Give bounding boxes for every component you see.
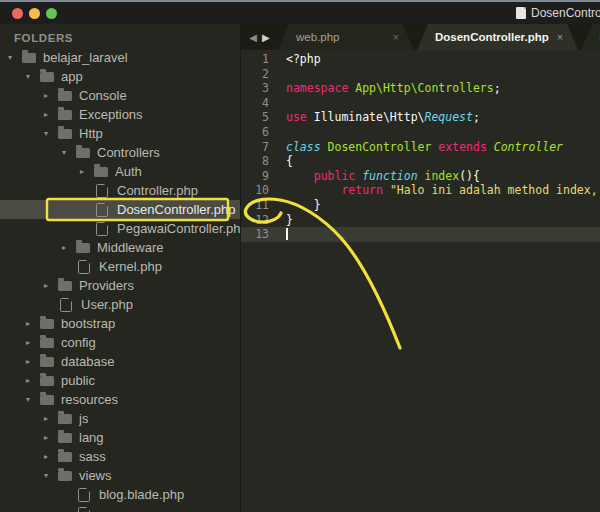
tab-strip: web.php×DosenController.php×untit	[278, 24, 600, 50]
folder-item-config[interactable]: ▸config	[0, 333, 240, 352]
folder-item-public[interactable]: ▸public	[0, 371, 240, 390]
folder-label: lang	[79, 430, 104, 445]
file-item-user-php[interactable]: User.php	[0, 295, 240, 314]
chevron-down-icon[interactable]: ▾	[8, 53, 22, 62]
folder-item-console[interactable]: ▸Console	[0, 86, 240, 105]
tab-back-button[interactable]: ◀	[249, 32, 257, 43]
folder-item-database[interactable]: ▸database	[0, 352, 240, 371]
code-line[interactable]: 10 return "Halo ini adalah method index,…	[241, 183, 600, 198]
chevron-down-icon[interactable]: ▾	[44, 129, 58, 138]
file-tree: ▾belajar_laravel▾app▸Console▸Exceptions▾…	[0, 48, 240, 512]
folder-item-js[interactable]: ▸js	[0, 409, 240, 428]
folder-label: views	[79, 468, 112, 483]
folder-item-exceptions[interactable]: ▸Exceptions	[0, 105, 240, 124]
code-line[interactable]: 4	[241, 96, 600, 111]
code-editor[interactable]: 1<?php23namespace App\Http\Controllers;4…	[241, 50, 600, 512]
chevron-down-icon[interactable]: ▾	[26, 395, 40, 404]
code-token: extends	[438, 140, 486, 154]
folder-label: sass	[79, 449, 106, 464]
folder-item-http[interactable]: ▾Http	[0, 124, 240, 143]
chevron-right-icon[interactable]: ▸	[44, 110, 58, 119]
folder-item-resources[interactable]: ▾resources	[0, 390, 240, 409]
folder-icon	[76, 243, 90, 253]
chevron-down-icon[interactable]: ▾	[26, 72, 40, 81]
tab-nav: ◀ ▶	[241, 24, 278, 50]
chevron-down-icon[interactable]: ▾	[62, 148, 76, 157]
chevron-right-icon[interactable]: ▸	[44, 91, 58, 100]
code-line[interactable]: 11 }	[241, 198, 600, 213]
code-token	[383, 183, 390, 197]
code-token: {	[286, 154, 293, 168]
line-number: 4	[241, 96, 275, 111]
tab-dosencontroller-php[interactable]: DosenController.php×	[417, 24, 578, 50]
file-item-blank[interactable]	[0, 504, 240, 512]
folder-icon	[58, 91, 72, 101]
folder-item-belajar-laravel[interactable]: ▾belajar_laravel	[0, 48, 240, 67]
code-text: namespace App\Http\Controllers;	[275, 81, 501, 96]
folder-label: Middleware	[97, 240, 163, 255]
close-icon[interactable]: ×	[557, 31, 563, 43]
code-line[interactable]: 7class DosenController extends Controlle…	[241, 140, 600, 155]
chevron-right-icon[interactable]: ▸	[62, 243, 76, 252]
chevron-right-icon[interactable]: ▸	[44, 414, 58, 423]
code-text: {	[275, 154, 293, 169]
code-line[interactable]: 8{	[241, 154, 600, 169]
tab-untit[interactable]: untit	[581, 24, 600, 50]
tab-web-php[interactable]: web.php×	[278, 24, 414, 50]
folder-item-providers[interactable]: ▸Providers	[0, 276, 240, 295]
folder-label: bootstrap	[61, 316, 115, 331]
close-icon[interactable]: ×	[393, 31, 399, 43]
tab-label: DosenController.php	[435, 31, 549, 43]
code-token: Illuminate\Http\	[307, 110, 425, 124]
minimize-button[interactable]	[29, 8, 40, 19]
folder-item-middleware[interactable]: ▸Middleware	[0, 238, 240, 257]
code-token: <?php	[286, 52, 321, 66]
file-item-dosencontroller-php[interactable]: DosenController.php	[0, 200, 240, 219]
code-token: }	[286, 198, 321, 212]
file-item-pegawaicontroller-php[interactable]: PegawaiController.php	[0, 219, 240, 238]
tab-forward-button[interactable]: ▶	[262, 32, 270, 43]
file-item-controller-php[interactable]: Controller.php	[0, 181, 240, 200]
window-titlebar[interactable]: DosenContro	[0, 2, 600, 24]
line-number: 2	[241, 67, 275, 82]
chevron-right-icon[interactable]: ▸	[44, 452, 58, 461]
folder-item-bootstrap[interactable]: ▸bootstrap	[0, 314, 240, 333]
code-line[interactable]: 12}	[241, 213, 600, 228]
file-icon	[78, 260, 90, 274]
chevron-right-icon[interactable]: ▸	[44, 281, 58, 290]
file-label: Controller.php	[117, 183, 198, 198]
folder-item-sass[interactable]: ▸sass	[0, 447, 240, 466]
chevron-right-icon[interactable]: ▸	[26, 338, 40, 347]
folder-item-views[interactable]: ▾views	[0, 466, 240, 485]
code-text	[275, 227, 288, 242]
code-token: ;	[494, 81, 501, 95]
file-icon	[78, 488, 90, 502]
code-line[interactable]: 5use Illuminate\Http\Request;	[241, 110, 600, 125]
chevron-right-icon[interactable]: ▸	[26, 357, 40, 366]
chevron-right-icon[interactable]: ▸	[26, 319, 40, 328]
code-line[interactable]: 2	[241, 67, 600, 82]
code-line[interactable]: 6	[241, 125, 600, 140]
folder-label: Auth	[115, 164, 142, 179]
file-item-blog-blade-php[interactable]: blog.blade.php	[0, 485, 240, 504]
folder-label: Console	[79, 88, 127, 103]
folder-item-app[interactable]: ▾app	[0, 67, 240, 86]
line-number: 7	[241, 140, 275, 155]
code-line[interactable]: 3namespace App\Http\Controllers;	[241, 81, 600, 96]
chevron-right-icon[interactable]: ▸	[44, 433, 58, 442]
code-line[interactable]: 13	[241, 227, 600, 242]
code-line[interactable]: 1<?php	[241, 52, 600, 67]
code-token: "Halo ini adalah method index, da	[390, 183, 600, 197]
zoom-button[interactable]	[46, 8, 57, 19]
code-line[interactable]: 9 public function index(){	[241, 169, 600, 184]
folder-item-controllers[interactable]: ▾Controllers	[0, 143, 240, 162]
file-item-kernel-php[interactable]: Kernel.php	[0, 257, 240, 276]
file-icon	[96, 203, 108, 217]
chevron-down-icon[interactable]: ▾	[44, 471, 58, 480]
chevron-right-icon[interactable]: ▸	[26, 376, 40, 385]
chevron-right-icon[interactable]: ▸	[80, 167, 94, 176]
folder-icon	[58, 281, 72, 291]
close-button[interactable]	[12, 8, 23, 19]
folder-item-auth[interactable]: ▸Auth	[0, 162, 240, 181]
folder-item-lang[interactable]: ▸lang	[0, 428, 240, 447]
